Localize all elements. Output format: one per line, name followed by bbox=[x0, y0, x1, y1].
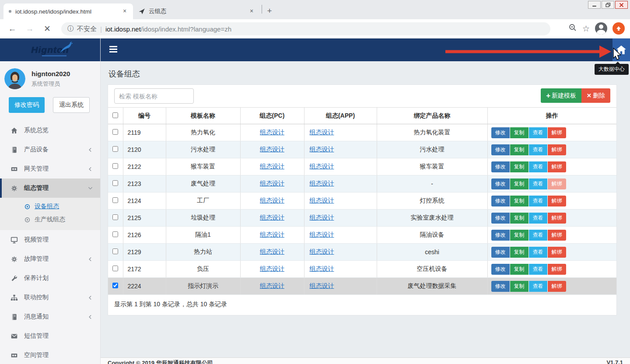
delete-button[interactable]: ✕ 删除 bbox=[581, 88, 610, 103]
unbind-button[interactable]: 解绑 bbox=[548, 247, 566, 258]
pc-config-link[interactable]: 组态设计 bbox=[260, 180, 284, 187]
sidebar-item-故障管理[interactable]: 故障管理 bbox=[0, 249, 100, 269]
view-button[interactable]: 查看 bbox=[529, 247, 548, 258]
logout-button[interactable]: 退出系统 bbox=[53, 97, 90, 113]
row-checkbox[interactable] bbox=[112, 180, 118, 186]
unbind-button[interactable]: 解绑 bbox=[548, 264, 566, 275]
select-all-checkbox[interactable] bbox=[112, 112, 118, 118]
copy-button[interactable]: 复制 bbox=[510, 144, 529, 155]
copy-button[interactable]: 复制 bbox=[510, 178, 529, 189]
pc-config-link[interactable]: 组态设计 bbox=[260, 163, 284, 170]
forward-button[interactable]: → bbox=[24, 24, 35, 34]
edit-button[interactable]: 修改 bbox=[491, 264, 510, 275]
edit-button[interactable]: 修改 bbox=[491, 213, 510, 224]
big-data-center-home-button[interactable] bbox=[612, 38, 630, 61]
page-info-icon[interactable]: ⓘ bbox=[67, 25, 74, 33]
tab-close-icon[interactable]: × bbox=[248, 7, 256, 15]
extension-icon[interactable] bbox=[612, 22, 625, 35]
sidebar-item-产品设备[interactable]: 产品设备 bbox=[0, 140, 100, 159]
app-config-link[interactable]: 组态设计 bbox=[310, 265, 334, 272]
edit-button[interactable]: 修改 bbox=[491, 161, 510, 172]
app-config-link[interactable]: 组态设计 bbox=[310, 214, 334, 221]
copy-button[interactable]: 复制 bbox=[510, 247, 529, 258]
tab-close-icon[interactable]: × bbox=[121, 7, 129, 15]
unbind-button[interactable]: 解绑 bbox=[548, 196, 566, 206]
submenu-item-设备组态[interactable]: 设备组态 bbox=[0, 200, 100, 213]
edit-button[interactable]: 修改 bbox=[491, 247, 510, 258]
sidebar-item-空间管理[interactable]: 空间管理 bbox=[0, 346, 100, 364]
row-checkbox[interactable] bbox=[112, 231, 118, 237]
view-button[interactable]: 查看 bbox=[529, 196, 548, 206]
new-template-button[interactable]: + 新建模板 bbox=[541, 88, 581, 103]
pc-config-link[interactable]: 组态设计 bbox=[260, 197, 284, 204]
sidebar-item-保养计划[interactable]: 保养计划 bbox=[0, 269, 100, 288]
pc-config-link[interactable]: 组态设计 bbox=[260, 231, 284, 238]
browser-tab-cloud-scada[interactable]: 云组态 × bbox=[133, 4, 260, 19]
change-password-button[interactable]: 修改密码 bbox=[9, 97, 45, 113]
view-button[interactable]: 查看 bbox=[529, 264, 548, 275]
edit-button[interactable]: 修改 bbox=[491, 196, 510, 206]
address-bar[interactable]: ⓘ 不安全 | iot.idosp.net /idosp/index.html?… bbox=[61, 22, 550, 35]
pc-config-link[interactable]: 组态设计 bbox=[260, 282, 284, 289]
row-checkbox[interactable] bbox=[112, 163, 118, 169]
sidebar-item-消息通知[interactable]: 消息通知 bbox=[0, 307, 100, 326]
row-checkbox[interactable] bbox=[112, 248, 118, 254]
app-config-link[interactable]: 组态设计 bbox=[310, 282, 334, 289]
app-config-link[interactable]: 组态设计 bbox=[310, 163, 334, 170]
sidebar-item-短信管理[interactable]: 短信管理 bbox=[0, 326, 100, 346]
window-minimize-button[interactable] bbox=[588, 1, 601, 9]
app-config-link[interactable]: 组态设计 bbox=[310, 231, 334, 238]
pc-config-link[interactable]: 组态设计 bbox=[260, 146, 284, 153]
bookmark-star-icon[interactable]: ☆ bbox=[582, 24, 590, 34]
pc-config-link[interactable]: 组态设计 bbox=[260, 265, 284, 272]
pc-config-link[interactable]: 组态设计 bbox=[260, 248, 284, 255]
edit-button[interactable]: 修改 bbox=[491, 144, 510, 155]
unbind-button[interactable]: 解绑 bbox=[548, 230, 566, 241]
sidebar-toggle-icon[interactable] bbox=[109, 46, 117, 54]
view-button[interactable]: 查看 bbox=[529, 230, 548, 241]
row-checkbox[interactable] bbox=[112, 197, 118, 203]
row-checkbox[interactable] bbox=[112, 283, 118, 288]
zoom-indicator-icon[interactable] bbox=[568, 23, 577, 34]
view-button[interactable]: 查看 bbox=[529, 178, 548, 189]
edit-button[interactable]: 修改 bbox=[491, 127, 510, 138]
unbind-button[interactable]: 解绑 bbox=[548, 161, 566, 172]
view-button[interactable]: 查看 bbox=[529, 213, 548, 224]
template-search-input[interactable] bbox=[114, 88, 194, 104]
app-config-link[interactable]: 组态设计 bbox=[310, 197, 334, 204]
edit-button[interactable]: 修改 bbox=[491, 230, 510, 241]
copy-button[interactable]: 复制 bbox=[510, 230, 529, 241]
new-tab-button[interactable]: + bbox=[264, 6, 275, 17]
unbind-button[interactable]: 解绑 bbox=[548, 213, 566, 224]
browser-profile-icon[interactable] bbox=[595, 22, 607, 35]
copy-button[interactable]: 复制 bbox=[510, 127, 529, 138]
unbind-button[interactable]: 解绑 bbox=[548, 281, 566, 292]
app-config-link[interactable]: 组态设计 bbox=[310, 129, 334, 136]
copy-button[interactable]: 复制 bbox=[510, 281, 529, 292]
sidebar-item-组态管理[interactable]: 组态管理 bbox=[0, 178, 100, 198]
copy-button[interactable]: 复制 bbox=[510, 161, 529, 172]
back-button[interactable]: ← bbox=[7, 24, 18, 34]
copy-button[interactable]: 复制 bbox=[510, 213, 529, 224]
sidebar-item-系统总览[interactable]: 系统总览 bbox=[0, 121, 100, 140]
stop-loading-button[interactable]: ✕ bbox=[42, 24, 52, 34]
pc-config-link[interactable]: 组态设计 bbox=[260, 214, 284, 221]
submenu-item-生产线组态[interactable]: 生产线组态 bbox=[0, 213, 100, 226]
unbind-button[interactable]: 解绑 bbox=[548, 144, 566, 155]
edit-button[interactable]: 修改 bbox=[491, 281, 510, 292]
sidebar-item-视频管理[interactable]: 视频管理 bbox=[0, 230, 100, 249]
row-checkbox[interactable] bbox=[112, 214, 118, 220]
row-checkbox[interactable] bbox=[112, 266, 118, 271]
copy-button[interactable]: 复制 bbox=[510, 264, 529, 275]
view-button[interactable]: 查看 bbox=[529, 127, 548, 138]
window-restore-button[interactable] bbox=[602, 1, 614, 9]
sidebar-item-网关管理[interactable]: 网关管理 bbox=[0, 159, 100, 178]
app-config-link[interactable]: 组态设计 bbox=[310, 146, 334, 153]
view-button[interactable]: 查看 bbox=[529, 281, 548, 292]
unbind-button[interactable]: 解绑 bbox=[548, 127, 566, 138]
app-config-link[interactable]: 组态设计 bbox=[310, 180, 334, 187]
app-config-link[interactable]: 组态设计 bbox=[310, 248, 334, 255]
window-close-button[interactable] bbox=[615, 1, 628, 9]
pc-config-link[interactable]: 组态设计 bbox=[260, 129, 284, 136]
view-button[interactable]: 查看 bbox=[529, 144, 548, 155]
